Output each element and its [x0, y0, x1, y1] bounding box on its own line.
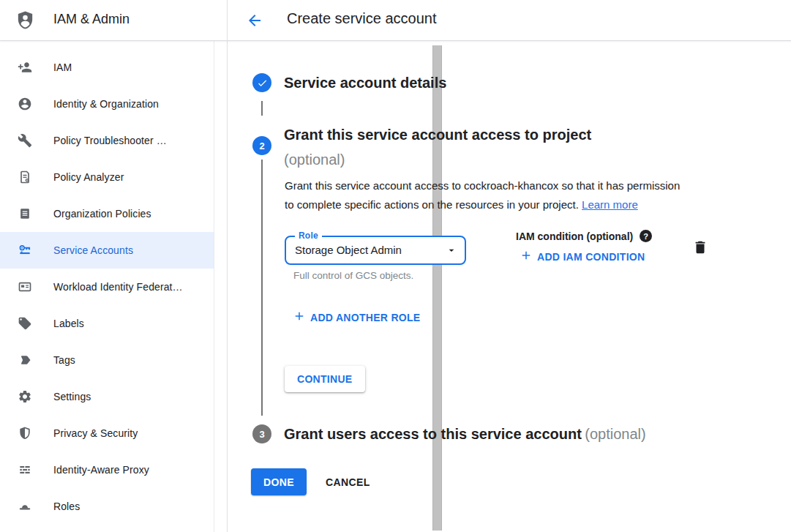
learn-more-link[interactable]: Learn more — [582, 198, 638, 211]
continue-button[interactable]: CONTINUE — [285, 366, 365, 392]
step3-optional-label: (optional) — [585, 426, 645, 442]
step3-title: Grant users access to this service accou… — [284, 426, 582, 442]
add-another-role-label: ADD ANOTHER ROLE — [310, 312, 421, 323]
sidebar-item-label: Labels — [53, 318, 84, 329]
role-helper-text: Full control of GCS objects. — [293, 270, 413, 281]
step3-heading: Grant users access to this service accou… — [284, 424, 646, 445]
sidebar-item-policy-analyzer[interactable]: Policy Analyzer — [0, 159, 214, 195]
plus-icon — [520, 249, 533, 264]
page-title: Create service account — [287, 10, 437, 27]
account-circle-icon — [18, 97, 32, 111]
document-icon — [18, 206, 32, 221]
sidebar-item-settings[interactable]: Settings — [0, 378, 214, 415]
step1-check-icon — [252, 73, 271, 92]
add-iam-condition-label: ADD IAM CONDITION — [537, 251, 645, 263]
policy-analyzer-icon — [18, 170, 32, 184]
add-iam-condition-button[interactable]: ADD IAM CONDITION — [520, 249, 645, 264]
sidebar-item-labels[interactable]: Labels — [0, 305, 214, 342]
sidebar-scrollbar-track — [216, 41, 227, 532]
iam-condition-label: IAM condition (optional) — [516, 231, 633, 242]
service-account-key-icon — [18, 243, 32, 258]
sidebar-item-label: Service Accounts — [53, 244, 133, 256]
role-select[interactable]: Role Storage Object Admin — [285, 236, 466, 265]
hat-icon — [18, 499, 32, 514]
shield-half-icon — [18, 426, 32, 441]
sidebar-item-label: Workload Identity Federat… — [53, 281, 183, 293]
step3-number-badge: 3 — [252, 424, 271, 443]
app-title: IAM & Admin — [53, 12, 130, 27]
step2-description: Grant this service account access to coc… — [285, 176, 724, 214]
sidebar-scrollbar-thumb[interactable] — [432, 45, 442, 531]
iam-condition-header: IAM condition (optional) ? — [516, 230, 652, 242]
content-left-border — [227, 41, 228, 532]
stepper-connector-2 — [261, 160, 263, 416]
iap-grid-icon — [18, 462, 32, 477]
iam-admin-shield-icon — [15, 10, 36, 31]
sidebar-item-identity-organization[interactable]: Identity & Organization — [0, 86, 214, 122]
sidebar-item-roles[interactable]: Roles — [0, 488, 214, 525]
wrench-icon — [18, 133, 32, 148]
sidebar-item-identity-aware-proxy[interactable]: Identity-Aware Proxy — [0, 452, 214, 488]
sidebar-item-label: Privacy & Security — [53, 427, 138, 439]
tag-arrow-icon — [18, 353, 32, 367]
sidebar-item-label: Tags — [53, 354, 75, 366]
sidebar-item-workload-identity-federation[interactable]: Workload Identity Federat… — [0, 269, 214, 305]
sidebar-item-tags[interactable]: Tags — [0, 342, 214, 378]
sidebar-item-service-accounts[interactable]: Service Accounts — [0, 232, 214, 269]
sidebar-item-label: IAM — [53, 61, 72, 73]
add-another-role-button[interactable]: ADD ANOTHER ROLE — [293, 310, 421, 325]
step1-title: Service account details — [284, 73, 446, 92]
step2-title: Grant this service account access to pro… — [284, 122, 694, 147]
stepper-connector-1 — [261, 101, 263, 116]
done-button[interactable]: DONE — [251, 468, 307, 495]
sidebar-item-organization-policies[interactable]: Organization Policies — [0, 195, 214, 232]
header-divider — [227, 0, 228, 41]
plus-icon — [293, 310, 306, 325]
sidebar-right-border — [214, 41, 214, 532]
sidebar-item-iam[interactable]: IAM — [0, 49, 214, 86]
create-service-account-page: IAM & Admin Create service account IAM I… — [0, 0, 791, 532]
sidebar-item-privacy-security[interactable]: Privacy & Security — [0, 415, 214, 452]
role-selected-value: Storage Object Admin — [295, 237, 402, 263]
gear-icon — [18, 389, 32, 404]
description-line2: to complete specific actions on the reso… — [285, 198, 579, 211]
step2-optional-label: (optional) — [284, 147, 694, 172]
sidebar-nav: IAM Identity & Organization Policy Troub… — [0, 41, 214, 532]
id-card-icon — [18, 280, 32, 294]
sidebar-item-policy-troubleshooter[interactable]: Policy Troubleshooter … — [0, 122, 214, 159]
sidebar-item-label: Roles — [53, 501, 80, 512]
help-icon[interactable]: ? — [640, 230, 652, 242]
description-line1: Grant this service account access to coc… — [285, 179, 680, 192]
chevron-down-icon — [446, 244, 457, 259]
cancel-button[interactable]: CANCEL — [320, 468, 376, 495]
step2-number: 2 — [259, 141, 264, 151]
delete-role-trash-icon[interactable] — [692, 239, 708, 255]
sidebar-item-label: Policy Analyzer — [53, 171, 124, 183]
back-arrow-icon[interactable] — [244, 10, 265, 31]
sidebar-item-label: Organization Policies — [53, 208, 151, 220]
top-header: IAM & Admin Create service account — [0, 0, 791, 41]
sidebar-item-label: Settings — [53, 391, 91, 402]
sidebar-item-label: Policy Troubleshooter … — [53, 135, 167, 146]
sidebar-item-label: Identity-Aware Proxy — [53, 464, 149, 476]
sidebar-item-label: Identity & Organization — [53, 98, 159, 110]
step2-heading: Grant this service account access to pro… — [284, 122, 694, 172]
label-tag-icon — [18, 316, 32, 331]
step3-number: 3 — [259, 429, 264, 440]
person-add-icon — [18, 60, 32, 75]
step2-number-badge: 2 — [252, 136, 271, 155]
